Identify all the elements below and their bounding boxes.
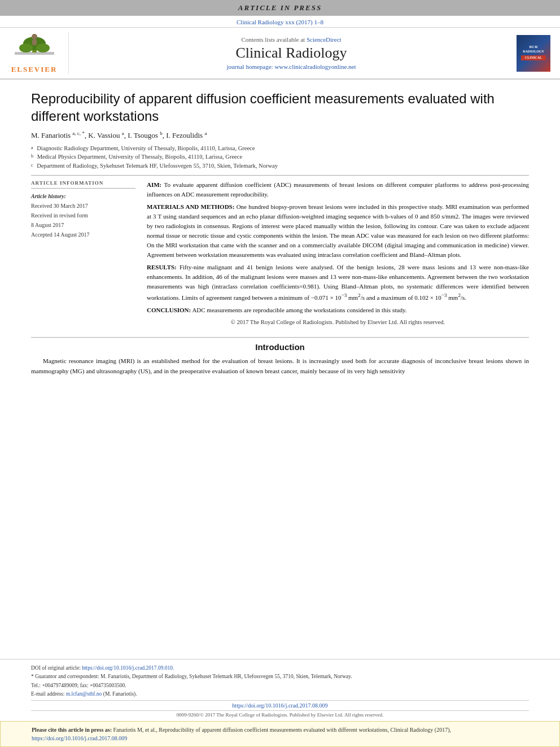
citation-bar-text: Fanariotis M, et al., Reproducibility of… [113,727,451,733]
divider-affiliations [31,175,529,176]
email-person: (M. Fanariotis). [103,691,137,697]
affiliation-b: b Medical Physics Department, University… [31,152,529,161]
history-revised: Received in revised form [31,211,135,220]
affiliation-c: c Department of Radiology, Sykehuset Tel… [31,161,529,171]
abstract-results: RESULTS: Fifty-nine malignant and 41 ben… [147,263,529,303]
elsevier-tree-icon [12,32,57,63]
email-link[interactable]: m.lcfan@sthf.no [66,691,102,697]
affiliation-a-text: Diagnostic Radiology Department, Univers… [37,144,255,153]
two-col-layout: ARTICLE INFORMATION Article history: Rec… [31,180,529,327]
footer-doi-original: DOI of original article: https://doi.org… [31,664,529,672]
doi-line: https://doi.org/10.1016/j.crad.2017.08.0… [31,700,529,711]
abstract-methods: MATERIALS AND METHODS: One hundred biops… [147,202,529,260]
affiliation-b-text: Medical Physics Department, University o… [37,152,242,161]
homepage-url[interactable]: www.clinicalradiologyonline.net [274,63,356,70]
article-info-title: ARTICLE INFORMATION [31,180,135,186]
footer-area: DOI of original article: https://doi.org… [0,659,560,700]
affiliations: a Diagnostic Radiology Department, Unive… [31,144,529,171]
results-text: Fifty-nine malignant and 41 benign lesio… [147,264,529,301]
page: ARTICLE IN PRESS Clinical Radiology xxx … [0,0,560,747]
journal-header: ELSEVIER Contents lists available at Sci… [0,28,560,80]
article-in-press-banner: ARTICLE IN PRESS [0,0,560,16]
affiliation-a: a Diagnostic Radiology Department, Unive… [31,144,529,153]
issn-line: 0009-9260/© 2017 The Royal College of Ra… [31,711,529,719]
introduction-title: Introduction [31,342,529,352]
svg-point-5 [32,34,37,40]
radiology-logo-box: RCR RADIOLOGY CLINICAL [514,32,553,74]
copyright-line: © 2017 The Royal College of Radiologists… [147,318,529,327]
radiology-logo-icon: RCR RADIOLOGY CLINICAL [517,35,550,72]
journal-homepage: journal homepage: www.clinicalradiologyo… [226,63,356,70]
history-revised-date: 8 August 2017 [31,220,135,230]
article-history: Article history: Received 30 March 2017 … [31,191,135,239]
citation-bar: Please cite this article in press as: Fa… [0,721,560,747]
introduction-section: Introduction Magnetic resonance imaging … [31,337,529,375]
authors-line: M. Fanariotis a, c, *, K. Vassiou a, I. … [31,130,529,140]
journal-citation: Clinical Radiology xxx (2017) 1–8 [0,16,560,28]
footer-guarantor: * Guarantor and correspondent: M. Fanari… [31,672,529,681]
introduction-text: Magnetic resonance imaging (MRI) is an e… [31,356,529,375]
email-label: E-mail address: [31,691,64,697]
results-title: RESULTS: [147,264,177,270]
left-column: ARTICLE INFORMATION Article history: Rec… [31,180,135,327]
homepage-label: journal homepage: [226,63,273,70]
elsevier-label: ELSEVIER [11,65,58,74]
citation-please-cite: Please cite this article in press as: [32,727,112,733]
history-accepted: Accepted 14 August 2017 [31,230,135,239]
methods-title: MATERIALS AND METHODS: [147,203,234,210]
affiliation-c-text: Department of Radiology, Sykehuset Telem… [37,161,278,171]
divider-intro [31,337,529,338]
footer-tel: Tel.: +004797489009; fax: +004735003500. [31,682,529,690]
aim-title: AIM: [147,181,161,188]
banner-text: ARTICLE IN PRESS [238,3,322,12]
sciencedirect-line: Contents lists available at ScienceDirec… [241,36,341,43]
conclusion-title: CONCLUSION: [147,307,191,313]
abstract-conclusion: CONCLUSION: ADC measurements are reprodu… [147,305,529,315]
citation-doi-link[interactable]: https://doi.org/10.1016/j.crad.2017.08.0… [32,735,127,741]
article-body: Reproducibility of apparent diffusion co… [0,80,560,517]
journal-title: Clinical Radiology [235,45,347,62]
doi-original-link[interactable]: https://doi.org/10.1016/j.crad.2017.09.0… [82,665,174,671]
footer-email: E-mail address: m.lcfan@sthf.no (M. Fana… [31,690,529,698]
citation-text: Clinical Radiology xxx (2017) 1–8 [237,19,323,25]
conclusion-text: ADC measurements are reproducible among … [192,307,406,313]
svg-point-4 [36,43,50,53]
sciencedirect-link[interactable]: ScienceDirect [307,36,342,43]
svg-rect-6 [32,40,37,45]
journal-center: Contents lists available at ScienceDirec… [75,32,508,74]
abstract-aim: AIM: To evaluate apparent diffusion coef… [147,180,529,199]
elsevier-logo: ELSEVIER [7,32,69,74]
svg-point-3 [19,43,33,53]
aim-text: To evaluate apparent diffusion coefficie… [147,181,529,198]
article-title: Reproducibility of apparent diffusion co… [31,90,529,125]
doi-link[interactable]: https://doi.org/10.1016/j.crad.2017.08.0… [232,702,327,709]
right-column-abstract: AIM: To evaluate apparent diffusion coef… [147,180,529,327]
methods-text: One hundred biopsy-proven breast lesions… [147,203,529,258]
sciencedirect-label: Contents lists available at [241,36,305,43]
article-history-label: Article history: [31,191,135,201]
history-received: Received 30 March 2017 [31,201,135,211]
